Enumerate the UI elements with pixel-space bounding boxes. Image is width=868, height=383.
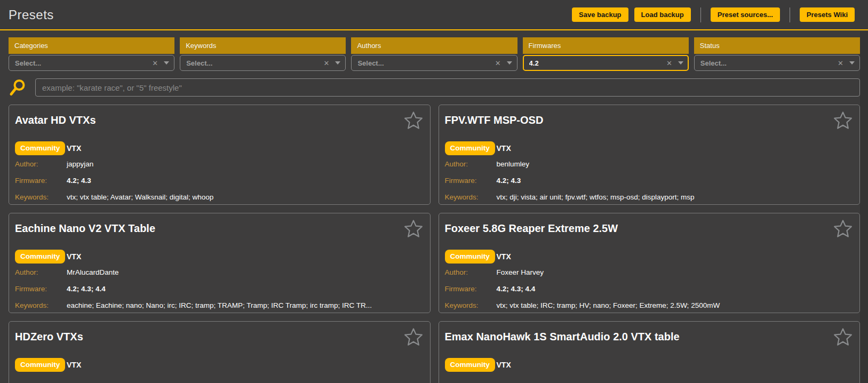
keywords-label: Keywords: xyxy=(445,301,488,309)
badge-row: Community VTX xyxy=(445,357,854,372)
preset-category: VTX xyxy=(58,144,424,153)
preset-category: VTX xyxy=(58,361,424,369)
filter-authors-select[interactable]: Select... ✕ xyxy=(351,55,517,71)
author-row: Author: benlumley xyxy=(445,156,854,172)
author-label: Author: xyxy=(15,268,58,276)
preset-card[interactable]: FPV.WTF MSP-OSD Community VTX Author: be… xyxy=(439,105,861,205)
presets-wiki-button[interactable]: Presets Wiki xyxy=(800,7,855,22)
button-divider xyxy=(700,7,701,22)
firmware-label: Firmware: xyxy=(445,177,488,185)
filter-firmwares-value: 4.2 xyxy=(529,59,666,67)
preset-title: Emax NanoHawk 1S SmartAudio 2.0 VTX tabl… xyxy=(445,329,854,344)
search-icon xyxy=(9,78,27,97)
keywords-row: Keywords: vtx; dji; vista; air unit; fpv… xyxy=(445,189,854,205)
keywords-row: Keywords: vtx; vtx table; Avatar; Walksn… xyxy=(15,189,424,205)
firmware-value: 4.2; 4.3; 4.4 xyxy=(488,285,854,293)
filter-firmwares: Firmwares 4.2 ✕ xyxy=(523,37,689,71)
preset-category: VTX xyxy=(488,252,854,261)
author-label: Author: xyxy=(445,160,488,168)
preset-card[interactable]: Avatar HD VTXs Community VTX Author: jap… xyxy=(9,105,431,205)
badge-row: Community VTX xyxy=(445,249,854,264)
firmware-value: 4.2; 4.3; 4.4 xyxy=(58,285,424,293)
keywords-row: Keywords: vtx; vtx table; IRC; tramp; HV… xyxy=(445,297,854,313)
firmware-row: Firmware: 4.2; 4.3 xyxy=(15,172,424,189)
preset-card[interactable]: Foxeer 5.8G Reaper Extreme 2.5W Communit… xyxy=(439,213,861,313)
badge-row: Community VTX xyxy=(15,249,424,264)
keywords-label: Keywords: xyxy=(15,193,58,201)
preset-sources-button[interactable]: Preset sources... xyxy=(711,7,780,22)
author-value: MrAlucardDante xyxy=(58,268,424,276)
chevron-down-icon[interactable] xyxy=(164,61,169,65)
firmware-row: Firmware: 4.2; 4.3; 4.4 xyxy=(15,281,424,297)
keywords-value: vtx; vtx table; Avatar; Walksnail; digit… xyxy=(58,193,424,201)
preset-title: FPV.WTF MSP-OSD xyxy=(445,113,854,127)
preset-card[interactable]: Emax NanoHawk 1S SmartAudio 2.0 VTX tabl… xyxy=(439,321,861,383)
scrollbar-track[interactable] xyxy=(860,31,868,383)
keywords-value: eachine; Eachine; nano; Nano; irc; IRC; … xyxy=(58,301,424,309)
preset-card[interactable]: Eachine Nano V2 VTX Table Community VTX … xyxy=(9,213,431,313)
preset-category: VTX xyxy=(488,144,854,153)
save-backup-button[interactable]: Save backup xyxy=(572,7,628,22)
clear-icon[interactable]: ✕ xyxy=(666,59,672,67)
filter-categories-header: Categories xyxy=(9,37,174,54)
keywords-row: Keywords: eachine; Eachine; nano; Nano; … xyxy=(15,297,424,313)
chevron-down-icon[interactable] xyxy=(335,61,340,65)
clear-icon[interactable]: ✕ xyxy=(838,59,843,67)
preset-title: HDZero VTXs xyxy=(15,329,424,344)
author-label: Author: xyxy=(445,268,488,276)
author-row: Author: jappyjan xyxy=(15,156,424,172)
filter-categories: Categories Select... ✕ xyxy=(9,37,174,71)
badge-row: Community VTX xyxy=(15,140,424,156)
firmware-label: Firmware: xyxy=(15,177,58,185)
author-row: Author: MrAlucardDante xyxy=(15,264,424,281)
firmware-label: Firmware: xyxy=(15,285,58,293)
filter-keywords-select[interactable]: Select... ✕ xyxy=(180,55,346,71)
filter-keywords: Keywords Select... ✕ xyxy=(180,37,346,71)
preset-category: VTX xyxy=(58,252,424,261)
load-backup-button[interactable]: Load backup xyxy=(634,7,691,22)
clear-icon[interactable]: ✕ xyxy=(152,59,158,67)
clear-icon[interactable]: ✕ xyxy=(495,59,501,67)
filter-firmwares-header: Firmwares xyxy=(523,37,689,54)
clear-icon[interactable]: ✕ xyxy=(323,59,329,67)
filter-firmwares-select[interactable]: 4.2 ✕ xyxy=(523,55,689,71)
page-title: Presets xyxy=(9,7,54,22)
filter-status: Status Select... ✕ xyxy=(694,37,860,71)
filter-status-select[interactable]: Select... ✕ xyxy=(694,55,860,71)
filter-row: Categories Select... ✕ Keywords Select..… xyxy=(9,37,860,71)
chevron-down-icon[interactable] xyxy=(507,61,512,65)
filter-authors-placeholder: Select... xyxy=(357,59,495,67)
firmware-label: Firmware: xyxy=(445,285,488,293)
preset-category: VTX xyxy=(488,361,854,369)
filter-keywords-header: Keywords xyxy=(180,37,346,54)
favorite-star-icon[interactable] xyxy=(833,219,853,239)
header-actions: Save backup Load backup Preset sources..… xyxy=(572,7,855,22)
top-header-bar: Presets Save backup Load backup Preset s… xyxy=(0,0,868,30)
search-input[interactable] xyxy=(35,78,860,97)
favorite-star-icon[interactable] xyxy=(403,219,424,239)
filter-categories-placeholder: Select... xyxy=(15,59,152,67)
favorite-star-icon[interactable] xyxy=(833,327,853,347)
chevron-down-icon[interactable] xyxy=(678,61,683,65)
filter-categories-select[interactable]: Select... ✕ xyxy=(9,55,174,71)
favorite-star-icon[interactable] xyxy=(403,327,424,347)
badge-row: Community VTX xyxy=(15,357,424,372)
firmware-row: Firmware: 4.2; 4.3 xyxy=(445,172,854,189)
filter-status-header: Status xyxy=(694,37,860,54)
filter-keywords-placeholder: Select... xyxy=(186,59,323,67)
preset-card[interactable]: HDZero VTXs Community VTX xyxy=(9,321,431,383)
author-value: jappyjan xyxy=(58,160,424,168)
preset-title: Foxeer 5.8G Reaper Extreme 2.5W xyxy=(445,221,854,236)
search-row xyxy=(9,78,860,97)
favorite-star-icon[interactable] xyxy=(403,110,424,131)
preset-title: Eachine Nano V2 VTX Table xyxy=(15,221,424,236)
firmware-value: 4.2; 4.3 xyxy=(58,177,424,185)
keywords-label: Keywords: xyxy=(15,301,58,309)
author-label: Author: xyxy=(15,160,58,168)
favorite-star-icon[interactable] xyxy=(833,110,853,131)
filter-authors-header: Authors xyxy=(351,37,517,54)
keywords-value: vtx; dji; vista; air unit; fpv.wtf; wtfo… xyxy=(488,193,854,201)
author-row: Author: Foxeer Harvey xyxy=(445,264,854,281)
chevron-down-icon[interactable] xyxy=(849,61,855,65)
button-divider xyxy=(790,7,790,22)
